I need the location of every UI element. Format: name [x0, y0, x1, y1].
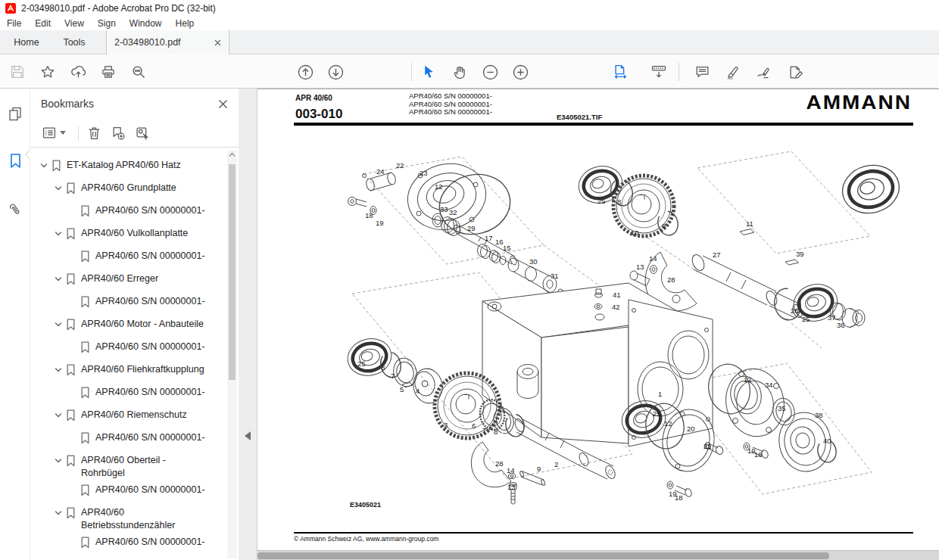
part-number-label: 11 [746, 219, 753, 228]
bookmark-label[interactable]: APR40/60 S/N 00000001- [95, 536, 205, 549]
expand-current-bookmark-button[interactable] [136, 126, 149, 140]
new-bookmark-button[interactable] [111, 126, 125, 140]
star-button[interactable] [36, 61, 59, 83]
tab-home[interactable]: Home [8, 30, 45, 54]
bookmark-label[interactable]: APR40/60 Erreger [81, 272, 158, 285]
drawing-reference: E3405021 [350, 501, 381, 509]
bookmark-label[interactable]: APR40/60 S/N 00000001- [95, 386, 205, 399]
zoom-out-button[interactable] [479, 61, 501, 83]
chevron-spacer [65, 484, 80, 487]
bookmark-label[interactable]: APR40/60 S/N 00000001- [95, 341, 205, 353]
hand-tool-button[interactable] [448, 61, 471, 83]
menu-item-view[interactable]: View [58, 18, 91, 29]
chevron-down-icon[interactable] [51, 454, 66, 465]
bookmark-label[interactable]: APR40/60Betriebsstundenzähler [81, 506, 175, 531]
horizontal-scrollbar[interactable] [257, 550, 939, 560]
highlight-button[interactable] [721, 61, 744, 83]
previous-page-button[interactable] [294, 61, 317, 83]
menu-item-help[interactable]: Help [169, 18, 201, 29]
tab-document[interactable]: 2-03498010.pdf [106, 30, 229, 54]
exploded-parts-diagram: 2224231233321819291716153031258108112714… [292, 145, 920, 527]
part-number-label: 21 [703, 442, 712, 450]
part-number-label: 19 [376, 219, 384, 227]
comment-button[interactable] [691, 61, 713, 83]
chevron-down-icon[interactable] [51, 227, 66, 238]
edit-pdf-button[interactable] [785, 61, 807, 83]
search-button[interactable] [127, 61, 150, 83]
bookmark-label[interactable]: APR40/60 S/N 00000001- [95, 204, 205, 217]
bookmark-item[interactable]: APR40/60 S/N 00000001- [30, 427, 226, 450]
bookmark-icon [80, 484, 90, 499]
bookmark-item[interactable]: APR40/60 S/N 00000001- [30, 291, 226, 313]
menu-item-window[interactable]: Window [123, 18, 169, 29]
save-button[interactable] [6, 61, 29, 83]
bookmark-item[interactable]: APR40/60 Grundplatte [30, 177, 226, 200]
bookmark-label[interactable]: APR40/60 Fliehkraftkupplung [81, 363, 204, 376]
close-icon[interactable] [214, 39, 221, 46]
bookmark-label[interactable]: APR40/60 Oberteil -Rohrbügel [81, 454, 166, 479]
bookmark-label[interactable]: APR40/60 Motor - Anbauteile [81, 318, 204, 331]
bookmark-label[interactable]: APR40/60 S/N 00000001- [95, 484, 205, 496]
next-page-button[interactable] [324, 61, 347, 83]
print-button[interactable] [97, 61, 120, 83]
bookmark-icon [80, 431, 90, 446]
close-panel-icon[interactable] [218, 99, 228, 109]
title-bar: 2-03498010.pdf - Adobe Acrobat Pro DC (3… [0, 0, 939, 17]
menu-item-sign[interactable]: Sign [91, 18, 123, 29]
bookmarks-scrollbar[interactable] [227, 151, 237, 558]
bookmark-label[interactable]: APR40/60 S/N 00000001- [95, 295, 205, 308]
page-thumbnails-icon[interactable] [6, 104, 24, 123]
chevron-down-icon[interactable] [51, 363, 66, 374]
bookmark-item[interactable]: APR40/60 S/N 00000001- [30, 200, 226, 222]
chevron-down-icon[interactable] [51, 272, 66, 283]
chevron-down-icon[interactable] [51, 318, 66, 328]
bookmark-item[interactable]: APR40/60 S/N 00000001- [30, 381, 226, 404]
bookmark-label[interactable]: APR40/60 Vulkollanplatte [81, 227, 188, 240]
bookmark-icon [66, 272, 76, 288]
bookmark-label[interactable]: ET-Katalog APR40/60 Hatz [67, 159, 181, 172]
scroll-up-icon[interactable] [227, 152, 237, 157]
bookmark-item[interactable]: APR40/60 S/N 00000001- [30, 336, 226, 359]
bookmark-item[interactable]: APR40/60 S/N 00000001- [30, 245, 226, 268]
bookmark-icon [80, 295, 90, 310]
bookmark-item[interactable]: APR40/60 Erreger [30, 268, 226, 291]
bookmark-item[interactable]: APR40/60 Riemenschutz [30, 404, 226, 427]
chevron-down-icon[interactable] [36, 159, 51, 170]
collapse-panel-icon[interactable] [245, 431, 251, 440]
part-number-label: 40 [823, 437, 831, 445]
bookmark-label[interactable]: APR40/60 Grundplatte [81, 182, 176, 194]
delete-bookmark-button[interactable] [88, 126, 101, 140]
bookmark-item[interactable]: APR40/60 S/N 00000001- [30, 531, 226, 554]
fit-width-button[interactable] [610, 61, 633, 83]
chevron-down-icon[interactable] [51, 409, 66, 419]
bookmark-item[interactable]: ET-Katalog APR40/60 Hatz [30, 154, 226, 177]
bookmarks-panel-icon[interactable] [6, 151, 24, 170]
fill-sign-button[interactable] [753, 61, 775, 83]
menu-item-edit[interactable]: Edit [28, 18, 58, 29]
share-button[interactable] [67, 61, 89, 83]
attachments-icon[interactable] [6, 201, 24, 220]
horizontal-scrollbar-thumb[interactable] [257, 552, 829, 559]
chevron-down-icon[interactable] [51, 506, 66, 517]
bookmark-item[interactable]: APR40/60Betriebsstundenzähler [30, 502, 226, 531]
bookmark-item[interactable]: APR40/60 Oberteil -Rohrbügel [30, 450, 226, 479]
bookmark-item[interactable]: APR40/60 Motor - Anbauteile [30, 313, 226, 336]
chevron-spacer [65, 431, 80, 434]
zoom-in-button[interactable] [509, 61, 532, 83]
bookmark-label[interactable]: APR40/60 S/N 00000001- [95, 431, 205, 444]
select-tool-button[interactable] [418, 61, 441, 83]
serial-number-lines: APR40/60 S/N 00000001-APR40/60 S/N 00000… [409, 92, 492, 117]
bookmark-label[interactable]: APR40/60 Riemenschutz [81, 409, 187, 422]
hide-toolbar-button[interactable] [647, 61, 670, 83]
bookmark-icon [80, 341, 90, 356]
bookmark-options-button[interactable] [42, 126, 66, 139]
bookmark-icon [51, 159, 61, 174]
bookmark-item[interactable]: APR40/60 Fliehkraftkupplung [30, 359, 226, 381]
bookmark-item[interactable]: APR40/60 S/N 00000001- [30, 479, 226, 502]
menu-item-file[interactable]: File [0, 18, 28, 29]
chevron-down-icon[interactable] [51, 182, 66, 192]
bookmark-item[interactable]: APR40/60 Vulkollanplatte [30, 222, 226, 245]
scrollbar-thumb[interactable] [229, 164, 236, 380]
tab-tools[interactable]: Tools [56, 30, 92, 54]
bookmark-label[interactable]: APR40/60 S/N 00000001- [95, 250, 205, 263]
